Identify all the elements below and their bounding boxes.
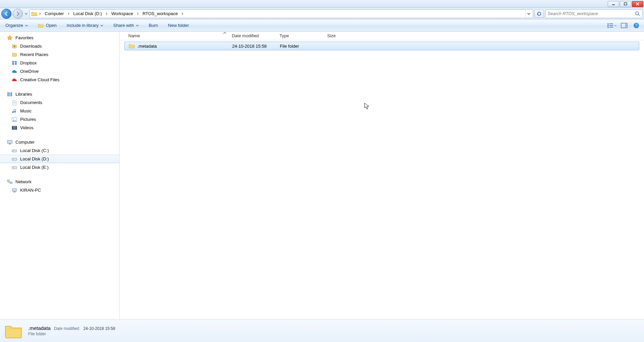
- sidebar-item-label: Dropbox: [20, 60, 37, 65]
- open-button[interactable]: Open: [36, 21, 59, 30]
- sidebar-item-label: Local Disk (D:): [20, 156, 49, 161]
- include-in-library-button[interactable]: Include in library: [65, 21, 105, 29]
- back-button[interactable]: [1, 9, 11, 19]
- command-bar: Organize Open Include in library Share w…: [0, 19, 644, 32]
- column-label: Size: [327, 33, 336, 38]
- svg-rect-25: [16, 126, 17, 130]
- sidebar-item-label: KIRAN-PC: [20, 188, 41, 193]
- breadcrumb-computer[interactable]: Computer: [43, 10, 66, 17]
- svg-line-5: [638, 14, 640, 16]
- chevron-right-icon[interactable]: [38, 12, 42, 15]
- sidebar-item-label: Local Disk (C:): [20, 148, 49, 153]
- breadcrumb-current[interactable]: RTOS_workspace: [140, 10, 180, 17]
- sidebar-item-dropbox[interactable]: Dropbox: [0, 59, 119, 67]
- chevron-right-icon[interactable]: [104, 12, 109, 15]
- disk-icon: [11, 156, 17, 162]
- sort-ascending-icon: [223, 31, 226, 35]
- videos-icon: [11, 125, 17, 131]
- documents-icon: [11, 100, 17, 106]
- close-button[interactable]: [632, 1, 643, 7]
- sidebar-item-label: Documents: [20, 100, 42, 105]
- view-options-button[interactable]: [607, 21, 616, 30]
- star-icon: [7, 35, 13, 41]
- column-header-date[interactable]: Date modified: [229, 33, 277, 38]
- minimize-button[interactable]: [608, 1, 619, 7]
- computer-label: Computer: [15, 140, 35, 145]
- svg-point-31: [13, 159, 13, 159]
- chevron-down-icon: [136, 24, 139, 27]
- file-type: File folder: [280, 44, 299, 49]
- sidebar-item-onedrive[interactable]: OneDrive: [0, 67, 119, 76]
- svg-point-4: [636, 12, 639, 15]
- search-icon: [635, 11, 640, 16]
- chevron-down-icon: [100, 24, 103, 27]
- preview-pane-button[interactable]: [620, 21, 629, 30]
- sidebar-item-creative-cloud[interactable]: Creative Cloud Files: [0, 76, 119, 84]
- file-list-pane[interactable]: Name Date modified Type Size .metadata 2…: [120, 32, 644, 319]
- svg-point-33: [13, 167, 13, 168]
- forward-button[interactable]: [13, 9, 23, 19]
- sidebar-item-downloads[interactable]: Downloads: [0, 42, 119, 50]
- sidebar-group-libraries[interactable]: Libraries: [0, 90, 119, 98]
- address-bar[interactable]: Computer Local Disk (D:) Workspace RTOS_…: [30, 9, 533, 18]
- column-label: Type: [280, 33, 289, 38]
- sidebar-item-disk-e[interactable]: Local Disk (E:): [0, 163, 119, 172]
- favorites-label: Favorites: [15, 35, 33, 40]
- sidebar-item-videos[interactable]: Videos: [0, 124, 119, 132]
- sidebar-item-recent-places[interactable]: Recent Places: [0, 50, 119, 59]
- folder-large-icon: [4, 322, 23, 340]
- svg-rect-8: [607, 27, 609, 28]
- burn-button[interactable]: Burn: [147, 21, 160, 29]
- sidebar-item-label: OneDrive: [20, 69, 39, 74]
- history-dropdown[interactable]: [24, 9, 28, 19]
- svg-rect-7: [607, 25, 609, 26]
- sidebar-item-disk-d[interactable]: Local Disk (D:): [0, 155, 119, 163]
- chevron-right-icon[interactable]: [180, 12, 184, 15]
- sidebar-group-network[interactable]: Network: [0, 178, 119, 186]
- include-label: Include in library: [67, 23, 99, 28]
- refresh-button[interactable]: [534, 10, 544, 18]
- column-header-size[interactable]: Size: [325, 33, 353, 38]
- creative-cloud-icon: [11, 77, 17, 83]
- sidebar-item-pictures[interactable]: Pictures: [0, 115, 119, 124]
- new-folder-button[interactable]: New folder: [166, 21, 191, 29]
- column-headers: Name Date modified Type Size: [120, 32, 644, 40]
- svg-point-22: [13, 118, 14, 119]
- sidebar-item-disk-c[interactable]: Local Disk (C:): [0, 146, 119, 155]
- search-input[interactable]: [548, 11, 633, 16]
- svg-rect-16: [7, 92, 9, 96]
- search-box[interactable]: [545, 9, 643, 18]
- breadcrumb-drive[interactable]: Local Disk (D:): [71, 10, 104, 17]
- recent-icon: [11, 52, 17, 58]
- sidebar-group-favorites[interactable]: Favorites: [0, 34, 119, 42]
- column-header-name[interactable]: Name: [126, 33, 229, 38]
- column-header-type[interactable]: Type: [277, 33, 325, 38]
- help-button[interactable]: ?: [632, 21, 641, 30]
- breadcrumb-workspace[interactable]: Workspace: [109, 10, 135, 17]
- chevron-down-icon: [614, 25, 616, 27]
- burn-label: Burn: [149, 23, 158, 28]
- chevron-right-icon[interactable]: [136, 12, 140, 15]
- sidebar-item-music[interactable]: Music: [0, 107, 119, 115]
- share-with-button[interactable]: Share with: [111, 21, 140, 29]
- svg-rect-6: [607, 23, 609, 25]
- sidebar-item-documents[interactable]: Documents: [0, 98, 119, 107]
- sidebar-item-network-pc[interactable]: KIRAN-PC: [0, 186, 119, 194]
- sidebar-item-label: Pictures: [20, 117, 36, 122]
- pc-icon: [11, 187, 17, 193]
- svg-rect-13: [625, 23, 627, 28]
- svg-rect-23: [12, 126, 17, 130]
- maximize-button[interactable]: [620, 1, 631, 7]
- folder-icon: [31, 11, 37, 17]
- computer-icon: [7, 139, 13, 145]
- onedrive-icon: [11, 68, 17, 75]
- organize-button[interactable]: Organize: [3, 21, 30, 29]
- sidebar-item-label: Music: [20, 108, 32, 113]
- sidebar-group-computer[interactable]: Computer: [0, 138, 119, 146]
- file-row[interactable]: .metadata 24-10-2018 15:58 File folder: [124, 42, 639, 50]
- svg-rect-1: [624, 3, 627, 5]
- svg-rect-27: [9, 144, 11, 144]
- details-date-value: 24-10-2018 15:58: [83, 326, 115, 331]
- chevron-right-icon[interactable]: [67, 12, 71, 15]
- address-dropdown[interactable]: [525, 10, 531, 17]
